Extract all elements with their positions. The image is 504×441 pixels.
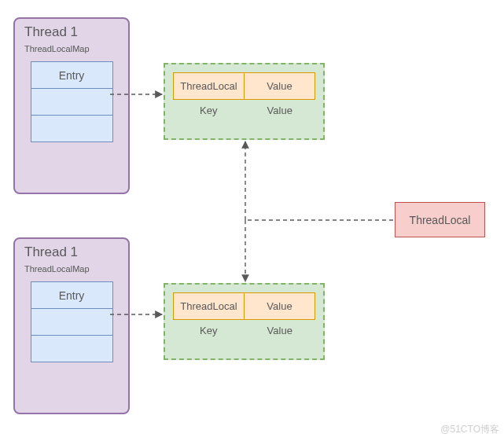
map-2-key-cell: ThreadLocal xyxy=(173,292,245,320)
map-1-kv-labels: Key Value xyxy=(173,105,315,116)
thread-2-title: Thread 1 xyxy=(23,244,120,260)
thread-2-entry-empty-1 xyxy=(31,308,113,336)
thread-1-box: Thread 1 ThreadLocalMap Entry xyxy=(13,17,130,194)
thread-2-box: Thread 1 ThreadLocalMap Entry xyxy=(13,237,130,414)
map-2-key-label: Key xyxy=(173,325,245,336)
map-2-value-cell: Value xyxy=(244,292,315,320)
thread-2-entry-empty-2 xyxy=(31,335,113,362)
map-2-kv-row: ThreadLocal Value xyxy=(173,292,315,320)
map-2-value-label: Value xyxy=(245,325,316,336)
threadlocal-box: ThreadLocal xyxy=(395,202,485,237)
map-1-value-label: Value xyxy=(245,105,316,116)
thread-1-entry-empty-1 xyxy=(31,88,113,116)
thread-1-entry-cell: Entry xyxy=(31,61,113,89)
map-1-box: ThreadLocal Value Key Value xyxy=(164,63,325,140)
thread-1-subtitle: ThreadLocalMap xyxy=(23,44,120,53)
thread-2-subtitle: ThreadLocalMap xyxy=(23,264,120,274)
map-2-kv-labels: Key Value xyxy=(173,325,315,336)
map-1-kv-row: ThreadLocal Value xyxy=(173,72,315,100)
map-2-box: ThreadLocal Value Key Value xyxy=(164,283,325,360)
thread-2-entry-cell: Entry xyxy=(31,281,113,309)
thread-1-entry-empty-2 xyxy=(31,115,113,142)
map-1-value-cell: Value xyxy=(244,72,315,100)
map-1-key-cell: ThreadLocal xyxy=(173,72,245,100)
map-1-key-label: Key xyxy=(173,105,245,116)
thread-2-entry-stack: Entry xyxy=(31,281,113,362)
watermark: @51CTO博客 xyxy=(440,423,499,436)
threadlocal-label: ThreadLocal xyxy=(410,214,471,226)
thread-1-title: Thread 1 xyxy=(23,24,120,40)
thread-1-entry-stack: Entry xyxy=(31,61,113,142)
